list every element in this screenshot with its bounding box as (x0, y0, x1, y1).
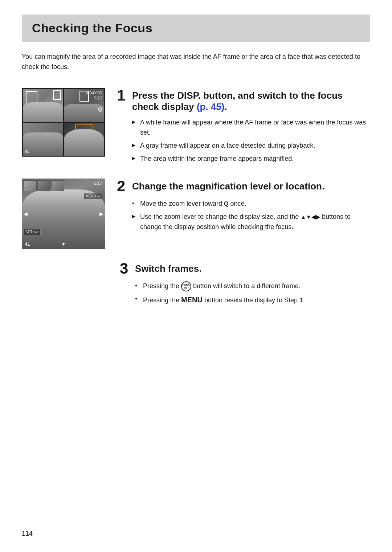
nav-arrows-symbol: ▲▼◀▶ (301, 214, 320, 220)
silhouette-4 (64, 129, 104, 156)
zoom-q-symbol: Q (224, 201, 228, 207)
step-1-content: 1 Press the DISP. button, and switch to … (117, 88, 370, 167)
step-3-bullets: Pressing the FUNCSET button will switch … (135, 281, 370, 306)
page-number: 114 (22, 530, 33, 537)
silhouette-1 (23, 102, 63, 122)
step-2-header: 2 Change the magnification level or loca… (117, 179, 370, 194)
menu-bold-label: MENU (181, 296, 203, 304)
step-3-content: 3 Switch frames. Pressing the FUNCSET bu… (120, 261, 370, 308)
step-2-camera-screen: 5/17 MENU ↩ SET □-□ ▶ ◀ 4L (22, 179, 105, 249)
page-container: Checking the Focus You can magnify the a… (0, 0, 392, 552)
step-1-bullet-2: A gray frame will appear on a face detec… (132, 141, 370, 151)
step-1-image-panel: 100-0005 5/17 Q 4L (22, 88, 105, 157)
set-label: SET □-□ (25, 230, 39, 234)
step-2-left-arrow: ◀ (24, 211, 28, 217)
thumb-1 (24, 180, 37, 191)
step-1-number: 1 (117, 88, 128, 103)
step-3-bullet-1: Pressing the FUNCSET button will switch … (135, 281, 370, 291)
step-2-image-panel: 5/17 MENU ↩ SET □-□ ▶ ◀ 4L (22, 179, 105, 249)
file-number: 100-0005 (85, 90, 102, 95)
intro-text: You can magnify the area of a recorded i… (22, 52, 370, 79)
step-2-number: 2 (117, 179, 128, 194)
step-2-size-label: 4L (25, 242, 30, 247)
step-1-bullets: A white frame will appear where the AF f… (132, 118, 370, 164)
step-2-down-arrow: ▼ (61, 241, 66, 247)
step-1-camera-screen: 100-0005 5/17 Q 4L (22, 88, 105, 157)
face-frame-2 (53, 90, 61, 100)
step-2-count: 5/17 (94, 181, 102, 185)
menu-label: MENU ↩ (86, 194, 100, 198)
photo-cell-bottom-right (64, 123, 104, 156)
photo-cell-top-left (23, 89, 63, 122)
step-2-content: 2 Change the magnification level or loca… (117, 179, 370, 235)
thumb-3 (51, 180, 64, 191)
title-section: Checking the Focus (22, 15, 370, 42)
step-2-bullet-1: Move the zoom lever toward Q once. (132, 199, 370, 209)
page-title: Checking the Focus (32, 21, 360, 35)
step-1-header: 1 Press the DISP. button, and switch to … (117, 88, 370, 113)
step-1-size-label: 4L (25, 149, 30, 154)
step-1-bullet-3: The area within the orange frame appears… (132, 154, 370, 164)
thumb-2 (37, 180, 50, 191)
step-1-screen-info: 100-0005 5/17 (85, 90, 102, 101)
step-1-title: Press the DISP. button, and switch to th… (132, 88, 370, 113)
step-1-zoom-icon: Q (98, 106, 102, 112)
step-2-set-btn: SET □-□ (24, 229, 41, 235)
func-set-label: FUNCSET (182, 283, 190, 289)
step-2-right-arrow: ▶ (99, 211, 103, 217)
page-ref-45: (p. 45) (197, 101, 225, 112)
step-3-header: 3 Switch frames. (120, 261, 370, 276)
content-area: 100-0005 5/17 Q 4L 1 Press the DISP. but… (22, 88, 370, 320)
disp-label: DISP. (177, 90, 201, 101)
step-2-row: 5/17 MENU ↩ SET □-□ ▶ ◀ 4L (22, 179, 370, 249)
step-1-bullet-1: A white frame will appear where the AF f… (132, 118, 370, 138)
step-2-bullets: Move the zoom lever toward Q once. Use t… (132, 199, 370, 232)
step-2-menu-bar: MENU ↩ (84, 193, 102, 199)
step-3-title: Switch frames. (135, 261, 202, 274)
step-3-number: 3 (120, 261, 131, 276)
file-count: 5/17 (85, 95, 102, 101)
step-3-row: 3 Switch frames. Pressing the FUNCSET bu… (22, 261, 370, 308)
step-2-title: Change the magnification level or locati… (132, 179, 324, 192)
step-3-bullet-2: Pressing the MENU button resets the disp… (135, 294, 370, 306)
func-set-icon: FUNCSET (181, 281, 191, 291)
step-2-bullet-2: Use the zoom lever to change the display… (132, 212, 370, 232)
step-2-thumbnails (24, 180, 64, 191)
step-1-row: 100-0005 5/17 Q 4L 1 Press the DISP. but… (22, 88, 370, 167)
